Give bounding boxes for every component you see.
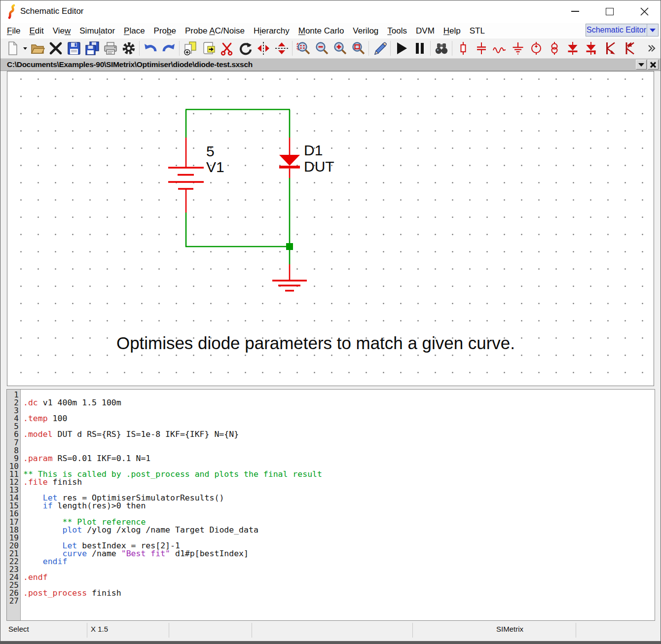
annotate-pencil-button[interactable] [370,39,389,58]
menu-help[interactable]: Help [439,26,465,36]
flip-horizontal-button[interactable] [254,39,272,58]
zoom-area-button[interactable] [349,39,367,58]
pause-button[interactable] [410,39,429,58]
dropdown-arrow-icon [638,63,644,67]
redo-button[interactable] [159,39,178,58]
close-button[interactable] [633,3,656,19]
open-folder-button[interactable] [28,39,46,58]
code-line[interactable]: if length(res)>0 then [23,502,655,510]
jfet-p-button[interactable] [618,39,636,58]
menu-dvm[interactable]: DVM [411,26,439,36]
jfet-n-button[interactable] [600,39,618,58]
status-separator [252,623,252,638]
new-file-arrow-icon [23,41,28,56]
code-line[interactable]: .post_process finish [23,589,655,597]
code-line[interactable]: .param RS=0.01 IKF=0.1 N=1 [23,455,655,463]
toolbar-separator [368,41,369,56]
d1-model-label[interactable]: DUT [304,158,334,175]
code-line[interactable]: ** This is called by .post_process and p… [23,470,655,478]
menu-probe-ac-noise[interactable]: Probe AC/Noise [181,26,249,36]
ground-symbol[interactable] [272,264,307,291]
code-token: length(res)>0 then [53,501,146,510]
rotate-button[interactable] [236,39,254,58]
schematic-caption[interactable]: Optimises diode parameters to match a gi… [116,333,515,353]
ground-button[interactable] [509,39,527,58]
maximize-button[interactable] [598,3,621,19]
capacitor-button[interactable] [472,39,490,58]
window-bottom-edge [0,641,661,644]
inductor-button[interactable] [490,39,509,58]
new-file-icon [5,41,20,56]
netlist-panel[interactable]: 1234567891011121314151617181920212223242… [6,389,655,621]
menu-hierarchy[interactable]: Hierarchy [249,26,294,36]
editor-mode-selector[interactable]: Schematic Editor [586,24,659,36]
code-line[interactable] [23,597,655,605]
schematic-canvas[interactable]: 5 V1 D1 DUT Optimises diode parameters t… [7,71,654,386]
save-button[interactable] [65,39,83,58]
code-line[interactable] [23,439,655,447]
print-button[interactable] [101,39,119,58]
code-line[interactable] [23,566,655,573]
new-file-arrow-button[interactable] [22,39,28,58]
menu-probe[interactable]: Probe [149,26,181,36]
menu-verilog[interactable]: Verilog [348,26,383,36]
menu-file[interactable]: File [2,26,25,36]
sheet-dropdown-button[interactable] [636,60,647,70]
wires[interactable] [185,109,290,264]
menu-edit[interactable]: Edit [25,26,48,36]
zoom-fit-button[interactable] [294,39,312,58]
undo-button[interactable] [141,39,159,58]
code-line[interactable]: .model DUT d RS={RS} IS=1e-8 IKF={IKF} N… [23,430,655,438]
toolbar-separator [430,41,431,56]
close-file-button[interactable] [46,39,65,58]
menu-view[interactable]: View [48,26,75,36]
overflow-chevrons-button[interactable] [641,39,660,58]
v1-ref-label[interactable]: V1 [206,159,224,175]
menu-place[interactable]: Place [119,26,149,36]
code-line[interactable]: .endf [23,573,655,581]
status-mode: Select [8,625,29,633]
code-line[interactable]: .dc v1 400m 1.5 100m [23,399,655,407]
paste-button[interactable] [199,39,218,58]
zoom-out-button[interactable] [312,39,330,58]
zener-diode-button[interactable] [582,39,600,58]
code-token: endif [43,557,68,566]
netlist-code[interactable]: .dc v1 400m 1.5 100m.temp 100.model DUT … [21,390,655,620]
code-token: /ylog /xlog /name Target Diode_data [82,525,258,535]
v1-value-label[interactable]: 5 [206,143,215,159]
flip-vertical-button[interactable] [272,39,291,58]
code-line[interactable]: endif [23,558,655,566]
save-all-button[interactable] [83,39,101,58]
wire-junction[interactable] [286,243,293,250]
minimize-button[interactable] [564,3,587,19]
diode-d1[interactable] [279,138,300,178]
toolbar-separator [179,41,180,56]
zoom-in-button[interactable] [330,39,349,58]
d1-ref-label[interactable]: D1 [304,142,323,158]
code-line[interactable]: .temp 100 [23,415,655,423]
code-token: DUT d RS={RS} IS=1e-8 IKF={IKF} N={N} [53,429,239,439]
settings-gear-button[interactable] [119,39,138,58]
diode-icon [565,41,580,56]
code-line[interactable]: curve /name "Best fit" d1#p[bestIndex] [23,550,655,558]
voltage-source-v1[interactable] [168,138,204,213]
menu-tools[interactable]: Tools [383,26,411,36]
run-button[interactable] [392,39,410,58]
current-source-button[interactable] [545,39,563,58]
cut-button[interactable] [218,39,236,58]
menu-simulator[interactable]: Simulator [75,26,119,36]
diode-button[interactable] [563,39,582,58]
selector-dropdown-button[interactable] [647,24,658,36]
find-binoculars-button[interactable] [432,39,450,58]
code-line[interactable] [23,407,655,415]
new-file-button[interactable] [3,39,22,58]
sheet-close-button[interactable] [648,60,659,70]
resistor-button[interactable] [454,39,472,58]
menu-monte-carlo[interactable]: Monte Carlo [294,26,349,36]
zoom-in-icon [332,41,347,56]
code-line[interactable]: .file finish [23,478,655,486]
copy-button[interactable] [181,39,199,58]
menu-stl[interactable]: STL [465,26,489,36]
voltage-source-button[interactable] [527,39,545,58]
code-line[interactable]: plot /ylog /xlog /name Target Diode_data [23,526,655,534]
